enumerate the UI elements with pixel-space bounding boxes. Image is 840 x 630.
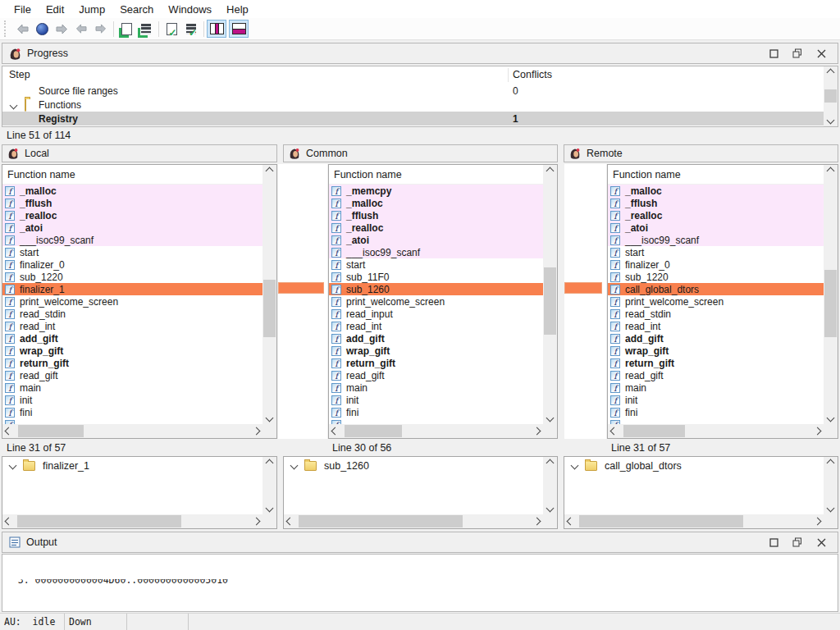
close-icon[interactable] (816, 48, 826, 58)
merge-doc-button[interactable] (116, 20, 136, 39)
function-row[interactable]: f _memcpy (329, 185, 543, 197)
function-row[interactable]: f main (329, 381, 543, 394)
split-columns-toggle[interactable] (207, 20, 226, 38)
function-row[interactable]: f _realloc (608, 209, 824, 221)
function-row[interactable]: f sub_1220 (2, 271, 262, 283)
function-row[interactable]: f _atoi (329, 234, 543, 246)
collapse-chevron-icon[interactable] (9, 462, 17, 470)
function-row[interactable]: f main (2, 381, 262, 394)
scroll-right-icon[interactable] (811, 515, 824, 527)
scroll-left-icon[interactable] (2, 425, 15, 437)
function-row[interactable]: f print_welcome_screen (608, 295, 824, 308)
function-row[interactable]: f wrap_gift (2, 345, 262, 357)
function-row[interactable]: f fini (608, 406, 824, 418)
menu-item[interactable]: Help (219, 1, 256, 18)
split-rows-toggle[interactable] (229, 20, 249, 38)
function-name-column-header[interactable]: Function name (329, 165, 543, 185)
scrollbar-thumb[interactable] (345, 425, 402, 437)
scroll-left-icon[interactable] (564, 515, 577, 527)
scrollbar-thumb[interactable] (299, 515, 463, 527)
scroll-left-icon[interactable] (329, 425, 341, 437)
horizontal-scrollbar[interactable] (329, 424, 543, 438)
function-row[interactable]: f _realloc (329, 221, 543, 234)
function-row[interactable]: f read_gift (329, 369, 543, 381)
function-row[interactable]: f _atoi (608, 221, 824, 234)
nav-forward-button[interactable] (52, 20, 71, 39)
scroll-up-icon[interactable] (262, 457, 276, 469)
horizontal-scrollbar[interactable] (564, 514, 824, 528)
scroll-left-icon[interactable] (2, 515, 15, 527)
jump-back-button[interactable] (71, 20, 91, 39)
output-log[interactable]: 3: 0000000000004D60..0000000000005010 Ca… (2, 554, 838, 612)
function-row[interactable]: f _malloc (2, 185, 262, 197)
function-row[interactable]: f sub_11F0 (329, 271, 543, 283)
vertical-scrollbar[interactable] (262, 457, 276, 514)
function-row[interactable]: f init (2, 394, 262, 406)
scroll-right-icon[interactable] (250, 425, 262, 437)
function-row[interactable]: f print_welcome_screen (2, 295, 262, 308)
menu-item[interactable]: Search (112, 1, 161, 18)
apply-stack-button[interactable]: ✓ (181, 20, 201, 39)
function-row[interactable]: f fini (2, 406, 262, 418)
scroll-down-icon[interactable] (543, 412, 557, 424)
function-row[interactable]: f read_int (608, 320, 824, 332)
column-header-step[interactable]: Step (9, 66, 30, 84)
vertical-scrollbar[interactable] (543, 457, 557, 514)
function-row[interactable]: f _malloc (329, 197, 543, 209)
collapse-chevron-icon[interactable] (571, 462, 579, 470)
restore-button[interactable] (792, 48, 802, 58)
function-row[interactable]: f sub_1260 (329, 283, 543, 295)
scrollbar-thumb[interactable] (544, 267, 556, 335)
function-row[interactable]: f call_global_dtors (608, 283, 824, 295)
function-name-column-header[interactable]: Function name (608, 165, 824, 185)
horizontal-scrollbar[interactable] (2, 514, 262, 528)
function-row-partial[interactable]: f (329, 418, 543, 424)
scrollbar-thumb[interactable] (263, 280, 276, 337)
scroll-up-icon[interactable] (543, 457, 557, 469)
horizontal-scrollbar[interactable] (2, 424, 262, 438)
function-row[interactable]: f start (608, 246, 824, 258)
function-row[interactable]: f add_gift (329, 332, 543, 345)
progress-step-row[interactable]: Registry 1 (2, 112, 824, 126)
scroll-down-icon[interactable] (824, 114, 838, 126)
function-row[interactable]: f start (329, 258, 543, 271)
scroll-right-icon[interactable] (531, 515, 543, 527)
scroll-right-icon[interactable] (531, 425, 543, 437)
vertical-scrollbar[interactable] (262, 165, 276, 424)
progress-step-row[interactable]: Source file ranges 0 (2, 84, 824, 98)
progress-step-row[interactable]: Functions (2, 98, 824, 112)
function-row[interactable]: f fini (329, 406, 543, 418)
collapse-chevron-icon[interactable] (290, 462, 299, 470)
function-row[interactable]: f add_gift (2, 332, 262, 345)
function-row[interactable]: f read_int (2, 320, 262, 332)
merge-stack-button[interactable] (136, 20, 156, 39)
scroll-up-icon[interactable] (824, 66, 838, 79)
function-row[interactable]: f _realloc (2, 209, 262, 221)
close-icon[interactable] (816, 537, 826, 547)
scrollbar-thumb[interactable] (579, 515, 743, 527)
scrollbar-thumb[interactable] (18, 425, 84, 437)
function-row[interactable]: f return_gift (2, 357, 262, 369)
menu-item[interactable]: Windows (161, 1, 219, 18)
scroll-down-icon[interactable] (824, 412, 838, 424)
function-row[interactable]: f finalizer_0 (608, 258, 824, 271)
detail-title-row[interactable]: sub_1260 (284, 457, 557, 474)
detail-title-row[interactable]: finalizer_1 (2, 457, 276, 474)
vertical-scrollbar[interactable] (824, 457, 838, 514)
function-row[interactable]: f finalizer_0 (2, 258, 262, 271)
menu-item[interactable]: Jump (71, 1, 112, 18)
progress-table-header[interactable]: Step Conflicts (2, 66, 838, 84)
scroll-up-icon[interactable] (824, 457, 838, 469)
scrollbar-thumb[interactable] (623, 425, 685, 437)
nav-stop-button[interactable] (32, 20, 52, 39)
vertical-scrollbar[interactable] (824, 165, 838, 424)
horizontal-scrollbar[interactable] (284, 514, 543, 528)
function-row[interactable]: f ___isoc99_scanf (2, 234, 262, 246)
function-row[interactable]: f init (329, 394, 543, 406)
function-row[interactable]: f _atoi (2, 221, 262, 234)
function-row[interactable]: f return_gift (608, 357, 824, 369)
jump-forward-button[interactable] (91, 20, 111, 39)
collapse-chevron-icon[interactable] (11, 99, 16, 111)
restore-button[interactable] (792, 537, 802, 547)
function-row[interactable]: f _malloc (608, 185, 824, 197)
